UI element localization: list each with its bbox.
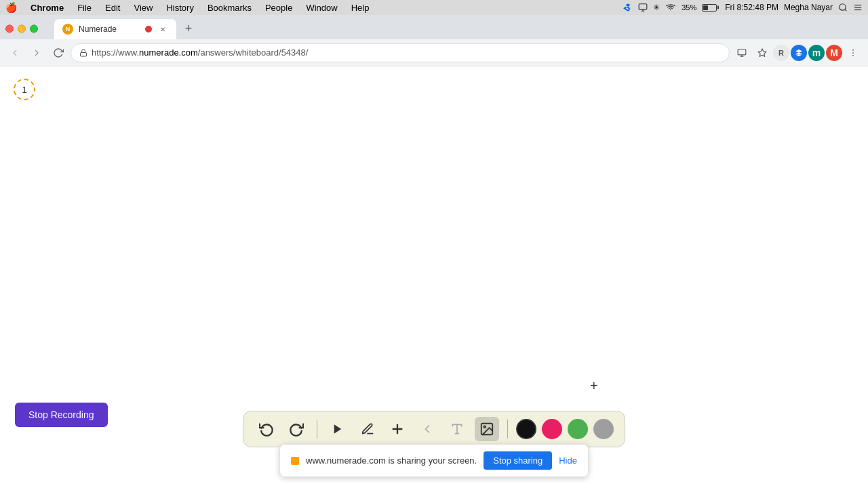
color-gray[interactable] [593, 419, 614, 439]
dropbox-icon[interactable] [623, 3, 633, 12]
hide-notification-button[interactable]: Hide [559, 455, 577, 466]
bookmark-button[interactable] [753, 43, 772, 62]
whiteboard-toolbar [243, 411, 625, 447]
browser-window: N Numerade ✕ + https://www.numerade.com/… [0, 15, 868, 488]
menu-chrome[interactable]: Chrome [25, 0, 69, 15]
stop-recording-button[interactable]: Stop Recording [15, 403, 108, 427]
screen-record-button[interactable] [732, 43, 751, 62]
color-black[interactable] [516, 419, 536, 439]
url-bar[interactable]: https://www.numerade.com/answers/whitebo… [71, 43, 730, 62]
image-tool-button[interactable] [475, 417, 499, 441]
battery-icon [702, 4, 717, 12]
lock-icon [79, 49, 87, 57]
extension-teal-button[interactable]: m [808, 45, 825, 61]
svg-point-12 [852, 55, 854, 56]
bluetooth-icon[interactable]: ✳ [653, 3, 660, 12]
page-content[interactable]: 1 + Stop Recording [0, 66, 868, 488]
tab-close-button[interactable]: ✕ [157, 24, 168, 35]
svg-marker-13 [334, 424, 342, 434]
new-tab-button[interactable]: + [179, 19, 198, 38]
svg-point-10 [852, 49, 854, 51]
svg-rect-0 [639, 4, 647, 9]
search-icon[interactable] [838, 3, 848, 12]
tab-recording-indicator [145, 26, 152, 33]
sharing-text: www.numerade.com is sharing your screen. [306, 455, 477, 466]
add-tool-button[interactable] [385, 417, 410, 441]
menu-help[interactable]: Help [346, 0, 375, 15]
forward-button[interactable] [27, 43, 46, 62]
extension-blue-button[interactable] [791, 45, 807, 61]
close-window-button[interactable] [5, 24, 14, 33]
play-button[interactable] [326, 417, 350, 441]
display-icon[interactable] [638, 3, 648, 12]
tab-favicon: N [62, 24, 73, 35]
menu-right-side: ✳ 35% Fri 8:52:48 PM Megha Nayar [623, 3, 863, 12]
toolbar-divider-1 [317, 420, 317, 439]
page-indicator: 1 [14, 79, 35, 100]
address-bar: https://www.numerade.com/answers/whitebo… [0, 39, 868, 66]
menu-icon[interactable] [853, 3, 863, 12]
menu-file[interactable]: File [72, 0, 97, 15]
undo-button[interactable] [254, 417, 279, 441]
svg-marker-9 [758, 49, 766, 56]
toolbar-divider-2 [507, 420, 508, 439]
plus-cursor-indicator: + [590, 378, 598, 394]
menu-people[interactable]: People [260, 0, 298, 15]
menu-view[interactable]: View [128, 0, 158, 15]
minimize-window-button[interactable] [18, 24, 26, 33]
fullscreen-window-button[interactable] [30, 24, 38, 33]
svg-rect-6 [738, 49, 746, 54]
menu-window[interactable]: Window [300, 0, 342, 15]
color-pink[interactable] [542, 419, 562, 439]
menu-items: Chrome File Edit View History Bookmarks … [25, 0, 374, 15]
refresh-button[interactable] [49, 43, 68, 62]
battery-percent: 35% [682, 3, 696, 12]
menu-bookmarks[interactable]: Bookmarks [202, 0, 257, 15]
extension-r-button[interactable]: R [773, 45, 789, 61]
traffic-lights-container [5, 24, 38, 33]
datetime: Fri 8:52:48 PM [725, 3, 778, 12]
profile-button[interactable]: M [826, 45, 842, 61]
back-button[interactable] [5, 43, 24, 62]
eraser-tool-button[interactable] [415, 417, 439, 441]
sharing-indicator-icon [291, 457, 299, 465]
svg-point-1 [840, 4, 846, 10]
chrome-menu-button[interactable] [844, 43, 863, 62]
username: Megha Nayar [784, 3, 833, 12]
screen-share-notification: www.numerade.com is sharing your screen.… [279, 444, 589, 477]
pen-tool-button[interactable] [355, 417, 380, 441]
menu-history[interactable]: History [161, 0, 199, 15]
apple-logo-icon[interactable]: 🍎 [5, 2, 17, 13]
menu-edit[interactable]: Edit [100, 0, 125, 15]
url-path: /answers/whiteboard/54348/ [198, 47, 309, 58]
url-prefix: https://www. [92, 47, 139, 58]
stop-sharing-button[interactable]: Stop sharing [484, 451, 552, 470]
tab-bar: N Numerade ✕ + [0, 15, 868, 39]
url-domain: numerade.com [139, 47, 198, 58]
svg-point-17 [484, 426, 486, 428]
svg-point-11 [852, 52, 854, 54]
url-text: https://www.numerade.com/answers/whitebo… [92, 47, 308, 58]
menu-bar: 🍎 Chrome File Edit View History Bookmark… [0, 0, 868, 15]
tab-title: Numerade [79, 24, 140, 34]
svg-rect-5 [81, 52, 87, 56]
text-tool-button[interactable] [445, 417, 469, 441]
tab-favicon-img: N [62, 24, 73, 35]
browser-tab[interactable]: N Numerade ✕ [54, 19, 176, 39]
address-right-buttons: R m M [732, 43, 863, 62]
wifi-icon[interactable] [665, 3, 676, 12]
color-green[interactable] [568, 419, 588, 439]
redo-button[interactable] [284, 417, 309, 441]
